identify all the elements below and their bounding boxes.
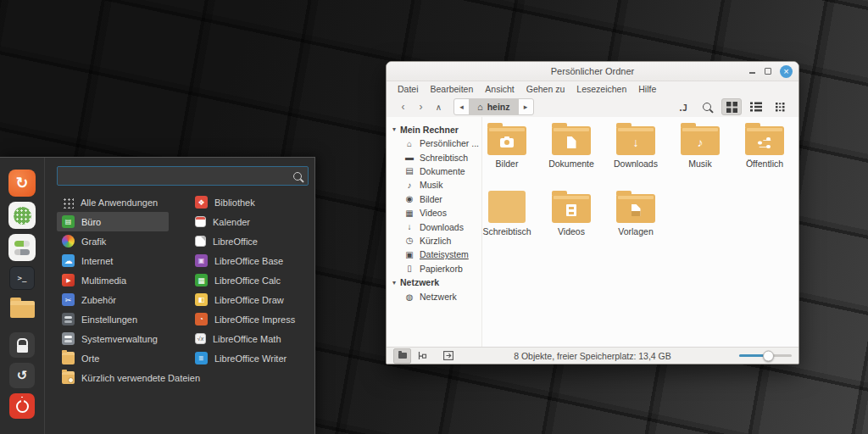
- menu-category-systemverwaltung[interactable]: Systemverwaltung: [57, 329, 169, 348]
- menu-category-kuerzlich[interactable]: Kürzlich verwendete Dateien: [57, 368, 169, 387]
- sidebar-item-dateisystem[interactable]: ▣ Dateisystem: [387, 248, 481, 261]
- document-emblem-icon: [567, 136, 576, 148]
- menu-gehen-zu[interactable]: Gehen zu: [520, 84, 571, 94]
- network-icon: ◍: [404, 292, 415, 302]
- sidebar-item-bilder[interactable]: ◉ Bilder: [387, 192, 481, 206]
- menu-category-alle-anwendungen[interactable]: Alle Anwendungen: [57, 192, 169, 212]
- search-input[interactable]: [64, 170, 293, 182]
- preferences-icon: [62, 313, 75, 326]
- sidebar-item-persoenlicher-ordner[interactable]: ⌂ Persönlicher ...: [387, 136, 481, 150]
- menu-ansicht[interactable]: Ansicht: [479, 84, 520, 94]
- places-sidebar-toggle-button[interactable]: [393, 348, 411, 364]
- menu-app-libreoffice-calc[interactable]: LibreOffice Calc: [190, 270, 309, 290]
- menu-app-libreoffice-base[interactable]: LibreOffice Base: [190, 251, 309, 270]
- chevron-down-icon[interactable]: ▾: [392, 125, 396, 133]
- menu-search-box[interactable]: [57, 166, 309, 186]
- close-icon[interactable]: ×: [780, 65, 793, 78]
- home-icon: ⌂: [477, 102, 483, 112]
- back-icon[interactable]: ‹: [394, 101, 412, 113]
- titlebar[interactable]: Persönlicher Ordner ×: [387, 62, 798, 81]
- menu-lesezeichen[interactable]: Lesezeichen: [570, 84, 632, 94]
- sidebar-item-schreibtisch[interactable]: ▬ Schreibtisch: [387, 150, 481, 164]
- menu-app-libreoffice-writer[interactable]: LibreOffice Writer: [190, 348, 309, 368]
- sidebar-item-musik[interactable]: ♪ Musik: [387, 178, 481, 192]
- sidebar-item-videos[interactable]: ▦ Videos: [387, 206, 481, 220]
- edit-location-icon[interactable]: [678, 99, 687, 114]
- maximize-icon[interactable]: [765, 68, 771, 75]
- folder-downloads[interactable]: Downloads: [604, 126, 668, 169]
- up-icon[interactable]: ∧: [430, 103, 448, 112]
- folder-bilder[interactable]: Bilder: [475, 126, 539, 169]
- zoom-slider[interactable]: [739, 350, 792, 362]
- recent-icon: ◷: [404, 236, 415, 245]
- forward-icon[interactable]: ›: [412, 101, 430, 113]
- sidebar-item-dokumente[interactable]: ▤ Dokumente: [387, 164, 481, 178]
- music-note-emblem-icon: [698, 135, 704, 150]
- settings-icon[interactable]: [8, 234, 36, 261]
- menu-category-orte[interactable]: Orte: [57, 348, 169, 368]
- files-icon[interactable]: [8, 295, 36, 320]
- sidebar-item-netzwerk[interactable]: ◍ Netzwerk: [387, 290, 481, 303]
- menu-categories-list: Alle Anwendungen Büro Grafik Internet Mu…: [57, 192, 169, 387]
- internet-icon: [62, 254, 75, 267]
- folder-dokumente[interactable]: Dokumente: [539, 126, 604, 169]
- search-icon: [703, 103, 711, 111]
- breadcrumb-left-icon[interactable]: ◂: [454, 103, 469, 111]
- folder-videos[interactable]: Videos: [539, 194, 604, 236]
- breadcrumb-home-segment[interactable]: ⌂ heinz: [469, 99, 519, 114]
- menu-app-bibliothek[interactable]: Bibliothek: [190, 192, 309, 212]
- menu-datei[interactable]: Datei: [392, 84, 425, 94]
- zoom-slider-track[interactable]: [739, 354, 792, 357]
- menu-category-einstellungen[interactable]: Einstellungen: [57, 309, 169, 329]
- menu-hilfe[interactable]: Hilfe: [632, 84, 662, 94]
- zoom-slider-handle[interactable]: [763, 350, 774, 361]
- panel-arrow-icon: [443, 351, 453, 360]
- terminal-icon[interactable]: [9, 266, 35, 290]
- hide-sidebar-button[interactable]: [439, 348, 457, 364]
- menu-app-libreoffice-impress[interactable]: LibreOffice Impress: [190, 309, 309, 329]
- menu-category-grafik[interactable]: Grafik: [57, 231, 169, 251]
- menu-app-libreoffice-draw[interactable]: LibreOffice Draw: [190, 290, 309, 309]
- toolbar: ‹ › ∧ ◂ ⌂ heinz ▸: [387, 96, 798, 119]
- minimize-icon[interactable]: [748, 68, 756, 75]
- menu-bearbeiten[interactable]: Bearbeiten: [425, 84, 480, 94]
- breadcrumb-right-icon[interactable]: ▸: [519, 103, 533, 111]
- folder-icon: [616, 194, 655, 223]
- software-manager-icon[interactable]: [8, 202, 36, 229]
- menu-category-zubehoer[interactable]: Zubehör: [57, 290, 169, 309]
- sidebar-item-downloads[interactable]: ↓ Downloads: [387, 220, 481, 233]
- tree-sidebar-toggle-button[interactable]: [413, 348, 431, 364]
- folder-oeffentlich[interactable]: Öffentlich: [732, 126, 797, 169]
- list-view-button[interactable]: [746, 98, 766, 115]
- menu-category-multimedia[interactable]: Multimedia: [57, 270, 169, 290]
- sidebar-item-papierkorb[interactable]: ▯ Papierkorb: [387, 262, 481, 275]
- firefox-icon[interactable]: [8, 170, 36, 197]
- chevron-down-icon[interactable]: ▾: [392, 279, 396, 287]
- lock-icon[interactable]: [9, 332, 35, 358]
- menu-app-kalender[interactable]: Kalender: [190, 212, 309, 231]
- documents-icon: ▤: [404, 166, 415, 175]
- libreoffice-base-icon: [195, 254, 208, 267]
- grid-view-button[interactable]: [721, 98, 742, 115]
- menu-app-libreoffice-math[interactable]: LibreOffice Math: [190, 329, 309, 348]
- administration-icon: [62, 332, 75, 345]
- recent-files-icon: [62, 371, 75, 384]
- toolbar-search-button[interactable]: [697, 98, 717, 115]
- folder-musik[interactable]: Musik: [668, 126, 732, 169]
- menu-app-libreoffice[interactable]: LibreOffice: [190, 231, 309, 251]
- compact-view-button[interactable]: [771, 98, 791, 115]
- logout-icon[interactable]: [9, 363, 35, 388]
- sidebar-item-kuerzlich[interactable]: ◷ Kürzlich: [387, 234, 481, 248]
- graphics-icon: [62, 235, 75, 248]
- power-icon[interactable]: [9, 393, 35, 419]
- folder-vorlagen[interactable]: Vorlagen: [604, 194, 668, 236]
- menu-category-internet[interactable]: Internet: [57, 251, 169, 270]
- sidebar-section-mein-rechner[interactable]: ▾ Mein Rechner: [387, 122, 481, 136]
- libreoffice-impress-icon: [195, 313, 208, 326]
- breadcrumb: ◂ ⌂ heinz ▸: [453, 98, 534, 115]
- sidebar-section-netzwerk[interactable]: ▾ Netzwerk: [387, 275, 481, 290]
- menu-category-buero[interactable]: Büro: [57, 212, 169, 231]
- trash-icon: ▯: [404, 264, 415, 273]
- folder-schreibtisch[interactable]: Schreibtisch: [475, 194, 539, 236]
- home-icon: ⌂: [404, 139, 415, 148]
